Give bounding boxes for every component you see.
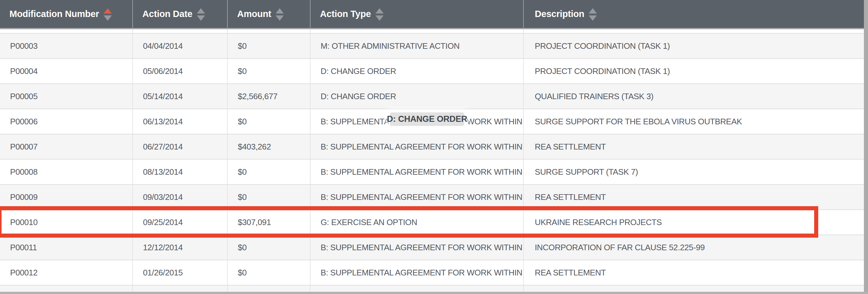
cell-description: PROJECT COORDINATION (TASK 1) xyxy=(524,34,864,58)
header-cell-action-type[interactable]: Action Type xyxy=(311,0,524,28)
sort-desc-icon[interactable] xyxy=(197,15,205,21)
cell-amount: $0 xyxy=(228,235,311,260)
sort-desc-icon[interactable] xyxy=(104,15,112,21)
cell-description: SURGE SUPPORT (TASK 7) xyxy=(524,160,864,184)
cell-description: PROJECT COORDINATION (TASK 1) xyxy=(524,59,864,84)
sort-icons[interactable] xyxy=(197,8,205,21)
cell-description: REA SETTLEMENT xyxy=(524,185,864,209)
cell-action-date: 12/12/2014 xyxy=(133,235,228,260)
drag-tooltip-label: D: CHANGE ORDER xyxy=(387,114,467,124)
cell-action-type: M: OTHER ADMINISTRATIVE ACTION xyxy=(311,34,524,58)
cell-description: QUALIFIED TRAINERS (TASK 3) xyxy=(524,84,864,108)
cell-amount: $307,091 xyxy=(228,210,311,234)
table-row: P00003 04/04/2014 $0 M: OTHER ADMINISTRA… xyxy=(0,34,864,59)
cell-modification-number: P00008 xyxy=(0,160,133,184)
cell-amount: $2,566,677 xyxy=(228,84,311,108)
sort-asc-icon[interactable] xyxy=(104,8,112,13)
modifications-table: Modification Number Action Date Amount A… xyxy=(0,0,864,292)
cell-modification-number: P00012 xyxy=(0,260,133,285)
cell-amount: $0 xyxy=(228,185,311,209)
cell-amount: $403,262 xyxy=(228,134,311,159)
cell-action-type: B: SUPPLEMENTAL AGREEMENT FOR WORK WITHI… xyxy=(311,260,524,285)
table-body: P00003 04/04/2014 $0 M: OTHER ADMINISTRA… xyxy=(0,34,864,286)
clipped-row-bottom xyxy=(0,286,864,292)
cell-description: REA SETTLEMENT xyxy=(524,134,864,159)
header-cell-action-date[interactable]: Action Date xyxy=(133,0,228,28)
cell-action-date: 09/25/2014 xyxy=(133,210,228,234)
table-row: P00007 06/27/2014 $403,262 B: SUPPLEMENT… xyxy=(0,134,864,160)
cell-action-date: 06/13/2014 xyxy=(133,109,228,134)
cell-action-type: B: SUPPLEMENTAL AGREEMENT FOR WORK WITHI… xyxy=(311,134,524,159)
sort-asc-icon[interactable] xyxy=(589,8,597,13)
cell-action-date: 01/26/2015 xyxy=(133,260,228,285)
cell-modification-number: P00005 xyxy=(0,84,133,108)
header-cell-amount[interactable]: Amount xyxy=(228,0,311,28)
sort-asc-icon[interactable] xyxy=(197,8,205,13)
header-cell-description[interactable]: Description xyxy=(524,0,864,28)
cell-amount: $0 xyxy=(228,109,311,134)
cell-modification-number: P00003 xyxy=(0,34,133,58)
sort-asc-icon[interactable] xyxy=(375,8,383,13)
cell-modification-number: P00006 xyxy=(0,109,133,134)
sort-asc-icon[interactable] xyxy=(276,8,284,13)
table-header-row: Modification Number Action Date Amount A… xyxy=(0,0,864,29)
table-row: P00012 01/26/2015 $0 B: SUPPLEMENTAL AGR… xyxy=(0,260,864,286)
drag-tooltip: D: CHANGE ORDER xyxy=(390,112,464,126)
cell-action-type: B: SUPPLEMENTAL AGREEMENT FOR WORK WITHI… xyxy=(311,235,524,260)
horizontal-scrollbar[interactable] xyxy=(0,292,868,294)
cell-modification-number: P00004 xyxy=(0,59,133,84)
table-row: P00011 12/12/2014 $0 B: SUPPLEMENTAL AGR… xyxy=(0,235,864,260)
table-row: P00009 09/03/2014 $0 B: SUPPLEMENTAL AGR… xyxy=(0,185,864,210)
sort-icons[interactable] xyxy=(589,8,597,21)
cell-modification-number: P00009 xyxy=(0,185,133,209)
cell-amount: $0 xyxy=(228,260,311,285)
cell-action-date: 05/06/2014 xyxy=(133,59,228,84)
cell-action-date: 08/13/2014 xyxy=(133,160,228,184)
header-cell-modification-number[interactable]: Modification Number xyxy=(0,0,133,28)
cell-description: SURGE SUPPORT FOR THE EBOLA VIRUS OUTBRE… xyxy=(524,109,864,134)
cell-amount: $0 xyxy=(228,160,311,184)
cell-action-date: 09/03/2014 xyxy=(133,185,228,209)
cell-amount: $0 xyxy=(228,34,311,58)
cell-action-date: 05/14/2014 xyxy=(133,84,228,108)
sort-icons[interactable] xyxy=(375,8,383,21)
cell-modification-number: P00011 xyxy=(0,235,133,260)
cell-description: UKRAINE RESEARCH PROJECTS xyxy=(524,210,864,234)
cell-modification-number: P00007 xyxy=(0,134,133,159)
vertical-scrollbar[interactable] xyxy=(864,0,868,294)
cell-action-type: D: CHANGE ORDER xyxy=(311,59,524,84)
cell-action-type: D: CHANGE ORDER xyxy=(311,84,524,108)
cell-action-type: G: EXERCISE AN OPTION xyxy=(311,210,524,234)
cell-action-type: B: SUPPLEMENTAL AGREEMENT FOR WORK WITHI… xyxy=(311,185,524,209)
cell-description: INCORPORATION OF FAR CLAUSE 52.225-99 xyxy=(524,235,864,260)
table-row: P00005 05/14/2014 $2,566,677 D: CHANGE O… xyxy=(0,84,864,109)
sort-desc-icon[interactable] xyxy=(375,15,383,21)
sort-desc-icon[interactable] xyxy=(589,15,597,21)
sort-desc-icon[interactable] xyxy=(276,15,284,21)
cell-modification-number: P00010 xyxy=(0,210,133,234)
table-row-highlighted: P00010 09/25/2014 $307,091 G: EXERCISE A… xyxy=(0,210,864,235)
table-row: P00008 08/13/2014 $0 B: SUPPLEMENTAL AGR… xyxy=(0,160,864,185)
cell-action-type: B: SUPPLEMENTAL AGREEMENT FOR WORK WITHI… xyxy=(311,160,524,184)
cell-action-date: 04/04/2014 xyxy=(133,34,228,58)
table-row: P00004 05/06/2014 $0 D: CHANGE ORDER PRO… xyxy=(0,59,864,84)
cell-description: REA SETTLEMENT xyxy=(524,260,864,285)
sort-icons[interactable] xyxy=(104,8,112,21)
cell-amount: $0 xyxy=(228,59,311,84)
clipped-row-top xyxy=(0,29,864,34)
cell-action-date: 06/27/2014 xyxy=(133,134,228,159)
sort-icons[interactable] xyxy=(276,8,284,21)
